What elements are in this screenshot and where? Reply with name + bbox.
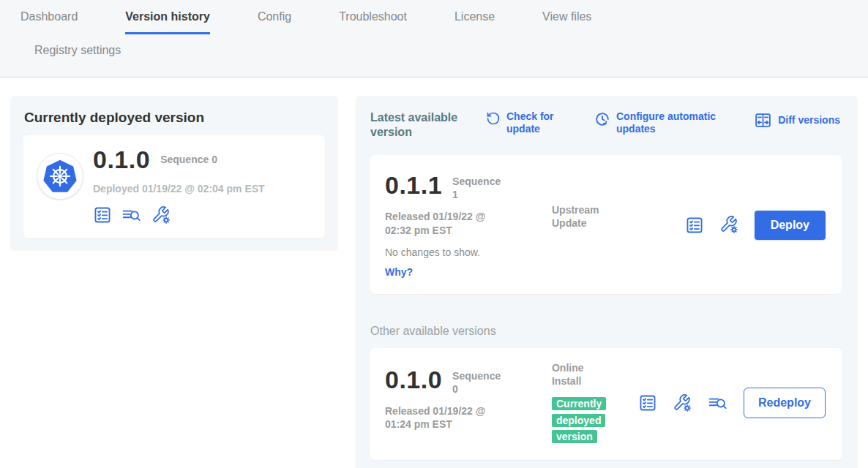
tab-config[interactable]: Config bbox=[258, 10, 291, 34]
latest-sequence-label: Sequence 1 bbox=[452, 173, 504, 201]
latest-version-number: 0.1.1 bbox=[385, 173, 442, 199]
other-released-timestamp: Released 01/19/22 @ 01:24 pm EST bbox=[385, 404, 502, 431]
latest-release-card: 0.1.1 Sequence 1 Released 01/19/22 @ 02:… bbox=[370, 155, 842, 294]
currently-deployed-title: Currently deployed version bbox=[24, 110, 325, 126]
redeploy-button[interactable]: Redeploy bbox=[744, 388, 826, 418]
why-link[interactable]: Why? bbox=[385, 266, 552, 278]
diff-versions-icon bbox=[754, 111, 772, 129]
latest-source-label: Upstream Update bbox=[552, 203, 610, 230]
check-for-update-link[interactable]: Check for update bbox=[486, 110, 566, 135]
deployed-timestamp: Deployed 01/19/22 @ 02:04 pm EST bbox=[93, 183, 265, 195]
other-versions-title: Other available versions bbox=[370, 325, 842, 338]
edit-config-icon[interactable] bbox=[719, 215, 739, 235]
deployed-version-number: 0.1.0 bbox=[93, 147, 150, 173]
tab-registry-settings[interactable]: Registry settings bbox=[34, 44, 121, 66]
currently-deployed-panel: Currently deployed version 0.1.0 Sequenc… bbox=[10, 96, 338, 251]
latest-released-timestamp: Released 01/19/22 @ 02:32 pm EST bbox=[385, 210, 502, 236]
other-version-number: 0.1.0 bbox=[385, 367, 442, 393]
other-sequence-label: Sequence 0 bbox=[452, 367, 504, 396]
latest-available-title: Latest available version bbox=[370, 110, 471, 140]
nav-tabs-row-1: Dashboard Version history Config Trouble… bbox=[20, 10, 868, 34]
deploy-logs-icon[interactable] bbox=[708, 393, 728, 412]
preflight-checks-icon[interactable] bbox=[685, 216, 704, 235]
tab-version-history[interactable]: Version history bbox=[125, 10, 210, 34]
app-logo bbox=[37, 153, 83, 200]
tab-troubleshoot[interactable]: Troubleshoot bbox=[339, 10, 407, 34]
preflight-checks-icon[interactable] bbox=[93, 205, 112, 224]
check-for-update-label: Check for update bbox=[506, 110, 566, 135]
diff-versions-link[interactable]: Diff versions bbox=[754, 110, 840, 129]
kubernetes-logo-icon bbox=[40, 156, 80, 196]
deploy-logs-icon[interactable] bbox=[121, 205, 142, 224]
deploy-button[interactable]: Deploy bbox=[755, 211, 826, 240]
no-changes-note: No changes to show. bbox=[385, 246, 552, 258]
diff-versions-label: Diff versions bbox=[778, 114, 840, 127]
app-nav: Dashboard Version history Config Trouble… bbox=[0, 0, 868, 78]
other-source-label: Online Install bbox=[552, 361, 610, 388]
edit-config-icon[interactable] bbox=[673, 393, 692, 413]
deployed-sequence-label: Sequence 0 bbox=[160, 147, 217, 166]
main-content: Currently deployed version 0.1.0 Sequenc… bbox=[0, 78, 868, 468]
configure-automatic-updates-link[interactable]: Configure automatic updates bbox=[594, 110, 742, 135]
deployed-version-card: 0.1.0 Sequence 0 Deployed 01/19/22 @ 02:… bbox=[23, 135, 325, 238]
nav-tabs-row-2: Registry settings bbox=[20, 34, 868, 77]
tab-license[interactable]: License bbox=[454, 10, 495, 34]
configure-automatic-updates-label: Configure automatic updates bbox=[616, 110, 742, 135]
edit-config-icon[interactable] bbox=[151, 205, 171, 225]
tab-view-files[interactable]: View files bbox=[542, 10, 591, 34]
latest-available-panel: Latest available version Check for updat… bbox=[356, 96, 858, 468]
check-update-icon bbox=[486, 111, 501, 126]
currently-deployed-badge: Currently deployed version bbox=[552, 397, 606, 443]
auto-update-icon bbox=[594, 111, 610, 127]
preflight-checks-icon[interactable] bbox=[638, 393, 657, 412]
other-release-card: 0.1.0 Sequence 0 Released 01/19/22 @ 01:… bbox=[370, 348, 842, 460]
tab-dashboard[interactable]: Dashboard bbox=[20, 10, 78, 34]
